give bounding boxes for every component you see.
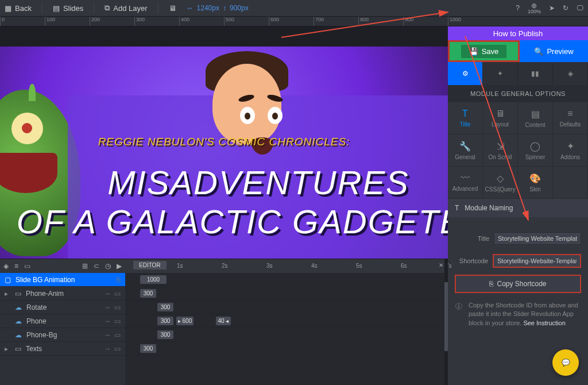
copy-shortcode-button[interactable]: ⎘Copy Shortcode	[455, 275, 581, 293]
ruler-tick: 600	[269, 17, 279, 26]
keyframe-block[interactable]: 300	[140, 344, 156, 353]
magnet-icon[interactable]: ⊂	[94, 262, 99, 270]
desktop-view-icon[interactable]: 🖥	[169, 4, 176, 13]
preview-button[interactable]: 🔍Preview	[520, 40, 588, 62]
shortcode-field-row: Shortcode	[448, 249, 588, 272]
shortcode-input[interactable]	[493, 254, 581, 268]
title-label: Title	[455, 235, 489, 242]
shortcode-label: Shortcode	[455, 257, 488, 264]
resize-h-icon[interactable]: ↔	[187, 4, 194, 12]
slides-button[interactable]: ▤Slides	[53, 4, 83, 13]
timeline-header: EDITOR ✕ 1s2s3s4s5s6s7s	[125, 259, 448, 273]
resize-v-icon[interactable]: ↕	[223, 4, 226, 12]
option-advanced[interactable]: 〰Advanced	[448, 167, 483, 199]
title-input[interactable]	[494, 232, 581, 245]
option-content[interactable]: ▤Content	[518, 102, 553, 134]
add-layer-button[interactable]: ⧉Add Layer	[105, 3, 147, 13]
keyframe-block[interactable]: ▸ 600	[176, 317, 194, 325]
copy-icon: ⎘	[489, 280, 493, 288]
timeline-scrollbar[interactable]	[444, 259, 448, 385]
cursor-icon[interactable]: ➤	[549, 4, 555, 12]
stopwatch-icon[interactable]: ◷	[105, 262, 111, 270]
tab-settings[interactable]: ⚙	[448, 62, 483, 85]
tab-layers[interactable]: ◈	[553, 62, 588, 85]
save-icon: 💾	[469, 47, 478, 56]
timeline-row[interactable]: ▢Slide BG Animation⎘	[0, 273, 125, 287]
columns-icon[interactable]: ⊞	[82, 262, 88, 270]
timeline-track[interactable]: 300	[125, 287, 448, 301]
search-icon: 🔍	[534, 47, 543, 56]
editor-tab[interactable]: EDITOR	[133, 261, 167, 270]
time-mark: 5s	[356, 263, 362, 269]
title-field-row: Title	[448, 228, 588, 249]
option-css-jquery[interactable]: ◇CSS/jQuery	[483, 167, 518, 199]
keyframe-block[interactable]: 300	[157, 317, 173, 325]
ruler-tick: 800	[358, 17, 369, 26]
tab-slides[interactable]: ▮▮	[518, 62, 553, 85]
option-addons[interactable]: ✦Addons	[553, 134, 588, 167]
timeline-row[interactable]: ▸▭Texts→▭	[0, 342, 125, 356]
option-skin[interactable]: 🎨Skin	[518, 167, 553, 199]
timeline-tracks[interactable]: EDITOR ✕ 1s2s3s4s5s6s7s 1000300300300▸ 6…	[125, 259, 448, 385]
ruler-tick: 200	[90, 17, 100, 26]
options-grid: TTitle🖥Layout▤Content≡Defaults🔧General⇲O…	[448, 102, 588, 199]
play-icon[interactable]: ▶	[117, 262, 122, 270]
timeline-layer-tree: ◈ ≡ ▭ ⊞ ⊂ ◷ ▶ ▢Slide BG Animation⎘▸▭Phon…	[0, 259, 125, 385]
time-mark: 6s	[401, 263, 407, 269]
timeline-close-icon[interactable]: ✕	[439, 262, 443, 268]
timeline-toolbar: ◈ ≡ ▭ ⊞ ⊂ ◷ ▶	[0, 259, 125, 273]
timeline-track[interactable]: 300	[125, 342, 448, 356]
option-layout[interactable]: 🖥Layout	[483, 102, 518, 134]
see-instruction-link[interactable]: See Instruction	[523, 319, 565, 326]
keyframe-block[interactable]: 40 ◂	[216, 317, 231, 325]
keyframe-block[interactable]: 300	[140, 289, 156, 298]
layer-icon: ◈	[568, 70, 573, 78]
keyframe-block[interactable]: 300	[157, 330, 173, 339]
timeline-track[interactable]: 300	[125, 301, 448, 314]
option-spinner[interactable]: ◯Spinner	[518, 134, 553, 167]
keyframe-block[interactable]: 300	[157, 303, 173, 311]
timeline-track[interactable]: 300▸ 60040 ◂	[125, 314, 448, 328]
sidebar-tabs: ⚙ ✦ ▮▮ ◈	[448, 62, 588, 85]
folder-icon[interactable]: ▭	[24, 262, 30, 270]
help-icon[interactable]: ?	[516, 4, 520, 12]
list-icon[interactable]: ≡	[14, 262, 18, 270]
undo-icon[interactable]: ↻	[563, 4, 568, 12]
slide-title-line2[interactable]: OF A GALACTIC GADGETEER	[0, 202, 448, 241]
timeline-row[interactable]: ☁Rotate→▭	[0, 301, 125, 314]
zoom-label: 100%	[528, 9, 541, 14]
time-mark: 3s	[266, 263, 273, 269]
time-mark: 4s	[311, 263, 318, 269]
timeline-row[interactable]: ▸▭Phone-Anim→▭	[0, 287, 125, 301]
timeline-track[interactable]: 300	[125, 328, 448, 342]
ruler-tick: 700	[314, 17, 324, 26]
option-general[interactable]: 🔧General	[448, 134, 483, 167]
ruler-tick: 1000	[448, 17, 461, 26]
section-title: MODULE GENERAL OPTIONS	[448, 85, 588, 102]
timeline-row[interactable]: ☁Phone→▭	[0, 314, 125, 328]
slide-title-line1[interactable]: MISADVENTURES	[0, 163, 448, 202]
timeline-track[interactable]: 1000	[125, 273, 448, 287]
right-sidebar: How to Publish 💾Save 🔍Preview ⚙ ✦ ▮▮ ◈ M…	[448, 26, 588, 385]
keyframe-block[interactable]: 1000	[140, 275, 167, 284]
slide-canvas[interactable]: REGGIE NEBULON'S COSMIC CHRONICLES: MISA…	[0, 26, 448, 259]
option-on-scroll[interactable]: ⇲On Scroll	[483, 134, 518, 167]
gear-icon: ⚙	[462, 70, 469, 78]
chat-fab[interactable]: 💬	[552, 349, 579, 376]
tab-navigation[interactable]: ✦	[483, 62, 518, 85]
eye-icon[interactable]: ◈	[3, 262, 9, 270]
option-title[interactable]: TTitle	[448, 102, 483, 134]
top-toolbar: ▦Back ▤Slides ⧉Add Layer 🖥 ↔1240px ↕900p…	[0, 0, 588, 16]
how-to-publish-banner[interactable]: How to Publish	[448, 26, 588, 40]
time-mark: 1s	[177, 263, 183, 269]
sliders-icon: ▮▮	[531, 70, 539, 78]
info-icon: 🛈	[455, 301, 463, 328]
save-button[interactable]: 💾Save	[448, 40, 520, 62]
device-icon[interactable]: 🖵	[577, 4, 583, 12]
option-defaults[interactable]: ≡Defaults	[553, 102, 588, 134]
module-naming-header[interactable]: TModule Naming	[448, 199, 588, 217]
back-button[interactable]: ▦Back	[5, 4, 32, 13]
timeline-row[interactable]: ☁Phone-Bg→▭	[0, 328, 125, 342]
slide-subtitle[interactable]: REGGIE NEBULON'S COSMIC CHRONICLES:	[0, 136, 448, 148]
help-text-row: 🛈 Copy the Shortcode ID from above and p…	[448, 295, 588, 333]
